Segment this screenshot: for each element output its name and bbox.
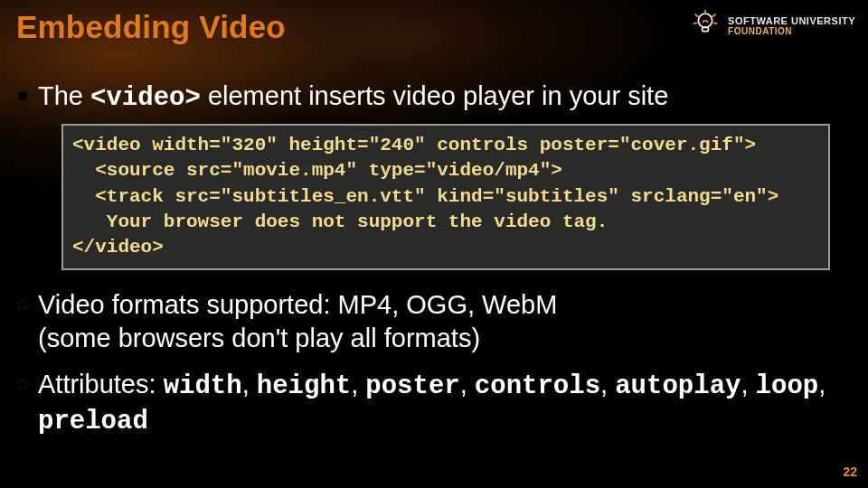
bullet-icon xyxy=(18,300,27,309)
bullet-icon xyxy=(18,380,27,389)
attr-name: loop xyxy=(756,371,819,401)
brand-logo: SOFTWARE UNIVERSITY FOUNDATION xyxy=(690,9,855,43)
attr-name: preload xyxy=(38,407,148,436)
bullet-item: The <video> element inserts video player… xyxy=(18,80,850,115)
brand-line1: SOFTWARE UNIVERSITY xyxy=(728,16,855,27)
attr-name: poster xyxy=(365,371,459,401)
text-fragment: Attributes: xyxy=(38,370,164,399)
bullet-text-1: The <video> element inserts video player… xyxy=(38,80,850,115)
bullet-item: Video formats supported: MP4, OGG, WebM … xyxy=(18,288,850,355)
text-fragment: The xyxy=(38,81,90,110)
text-fragment: Video formats supported: MP4, OGG, WebM xyxy=(38,290,557,319)
bullet-text-3: Attributes: width, height, poster, contr… xyxy=(38,368,850,438)
svg-rect-1 xyxy=(703,27,709,31)
brand-line2: FOUNDATION xyxy=(728,27,855,37)
text-fragment: (some browsers don't play all formats) xyxy=(38,324,480,352)
attr-name: height xyxy=(257,371,351,401)
attr-name: autoplay xyxy=(615,371,741,401)
slide-title: Embedding Video xyxy=(16,9,286,45)
slide-content: Embedding Video SOFTWARE UNIVERSITY FOUN… xyxy=(0,0,868,488)
text-fragment: element inserts video player in your sit… xyxy=(201,81,668,110)
brand-text: SOFTWARE UNIVERSITY FOUNDATION xyxy=(728,16,855,36)
code-block: <video width="320" height="240" controls… xyxy=(61,124,830,270)
bullet-item: Attributes: width, height, poster, contr… xyxy=(18,368,850,438)
bullet-icon xyxy=(18,91,27,100)
inline-code: <video> xyxy=(90,83,201,113)
attr-name: controls xyxy=(475,371,600,401)
attr-name: width xyxy=(164,371,242,401)
page-number: 22 xyxy=(843,465,857,479)
lightbulb-icon xyxy=(690,9,721,43)
bullet-text-2: Video formats supported: MP4, OGG, WebM … xyxy=(38,288,850,355)
